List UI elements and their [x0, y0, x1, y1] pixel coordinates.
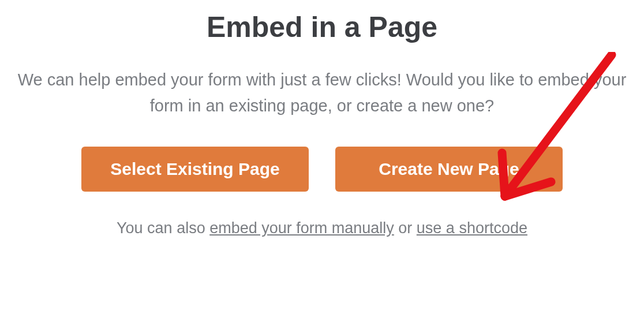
use-shortcode-link[interactable]: use a shortcode [417, 219, 527, 237]
page-description: We can help embed your form with just a … [16, 67, 628, 119]
embed-manually-link[interactable]: embed your form manually [209, 219, 394, 237]
select-existing-page-button[interactable]: Select Existing Page [81, 147, 309, 192]
footer-text: You can also embed your form manually or… [117, 219, 527, 237]
button-row: Select Existing Page Create New Page [81, 147, 563, 192]
create-new-page-button[interactable]: Create New Page [335, 147, 563, 192]
page-title: Embed in a Page [207, 10, 437, 44]
footer-prefix: You can also [117, 219, 209, 237]
footer-middle: or [394, 219, 417, 237]
